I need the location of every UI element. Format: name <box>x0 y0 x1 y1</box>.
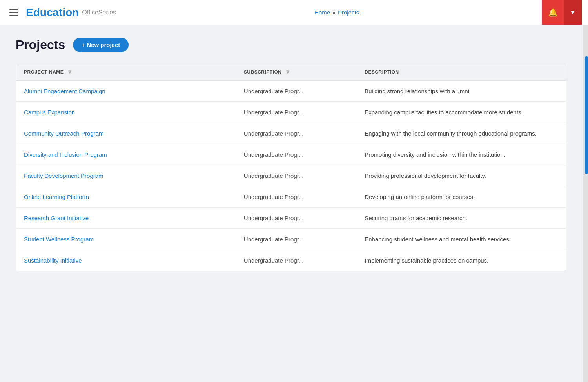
project-name-cell: Student Wellness Program <box>16 229 236 250</box>
new-project-button[interactable]: + New project <box>73 38 129 52</box>
breadcrumb: Home » Projects <box>132 9 542 16</box>
project-name-cell: Research Grant Initiative <box>16 208 236 229</box>
subscription-cell: Undergraduate Progr... <box>236 186 357 208</box>
table-row: Community Outreach ProgramUndergraduate … <box>16 123 566 144</box>
scrollbar-track <box>583 25 588 382</box>
project-name-link[interactable]: Community Outreach Program <box>24 130 103 137</box>
subscription-filter-icon[interactable]: ⛛ <box>285 69 291 75</box>
project-name-link[interactable]: Alumni Engagement Campaign <box>24 88 105 94</box>
table-header-row: PROJECT NAME ⛛ SUBSCRIPTION ⛛ DESCRIPTIO… <box>16 63 566 81</box>
description-cell: Expanding campus facilities to accommoda… <box>357 102 566 123</box>
bell-icon: 🔔 <box>548 8 558 17</box>
project-name-cell: Community Outreach Program <box>16 123 236 144</box>
description-cell: Providing professional development for f… <box>357 165 566 186</box>
project-name-cell: Online Learning Platform <box>16 186 236 208</box>
user-dropdown-button[interactable]: ▼ <box>564 0 582 25</box>
project-name-link[interactable]: Faculty Development Program <box>24 172 103 179</box>
table-row: Research Grant InitiativeUndergraduate P… <box>16 208 566 229</box>
project-name-cell: Faculty Development Program <box>16 165 236 186</box>
table-row: Online Learning PlatformUndergraduate Pr… <box>16 186 566 208</box>
subscription-cell: Undergraduate Progr... <box>236 102 357 123</box>
breadcrumb-current[interactable]: Projects <box>338 9 359 16</box>
page-header: Projects + New project <box>16 38 572 52</box>
table-row: Diversity and Inclusion ProgramUndergrad… <box>16 144 566 165</box>
description-cell: Developing an online platform for course… <box>357 186 566 208</box>
page-title: Projects <box>16 38 65 52</box>
description-cell: Securing grants for academic research. <box>357 208 566 229</box>
main-content: Projects + New project PROJECT NAME ⛛ SU… <box>0 25 588 284</box>
table-row: Student Wellness ProgramUndergraduate Pr… <box>16 229 566 250</box>
chevron-down-icon: ▼ <box>570 9 576 16</box>
subscription-cell: Undergraduate Progr... <box>236 81 357 102</box>
description-cell: Building strong relationships with alumn… <box>357 81 566 102</box>
project-name-link[interactable]: Student Wellness Program <box>24 236 94 243</box>
project-name-link[interactable]: Sustainability Initiative <box>24 257 82 264</box>
project-name-cell: Diversity and Inclusion Program <box>16 144 236 165</box>
notification-button[interactable]: 🔔 <box>542 0 564 25</box>
col-subscription: SUBSCRIPTION ⛛ <box>236 63 357 81</box>
header-actions: 🔔 ▼ <box>542 0 582 25</box>
projects-table-container: PROJECT NAME ⛛ SUBSCRIPTION ⛛ DESCRIPTIO… <box>16 63 566 271</box>
table-row: Sustainability InitiativeUndergraduate P… <box>16 250 566 271</box>
scrollbar-thumb[interactable] <box>585 56 588 174</box>
col-description: DESCRIPTION <box>357 63 566 81</box>
project-name-link[interactable]: Online Learning Platform <box>24 194 89 200</box>
table-row: Alumni Engagement CampaignUndergraduate … <box>16 81 566 102</box>
logo-title: Education <box>26 6 79 19</box>
subscription-cell: Undergraduate Progr... <box>236 123 357 144</box>
subscription-cell: Undergraduate Progr... <box>236 165 357 186</box>
project-name-link[interactable]: Campus Expansion <box>24 109 75 116</box>
breadcrumb-separator: » <box>332 9 336 16</box>
subscription-cell: Undergraduate Progr... <box>236 208 357 229</box>
project-name-link[interactable]: Diversity and Inclusion Program <box>24 151 107 158</box>
table-row: Faculty Development ProgramUndergraduate… <box>16 165 566 186</box>
project-name-cell: Alumni Engagement Campaign <box>16 81 236 102</box>
project-name-link[interactable]: Research Grant Initiative <box>24 215 89 221</box>
logo-subtitle: OfficeSeries <box>82 9 116 16</box>
project-name-cell: Campus Expansion <box>16 102 236 123</box>
description-cell: Promoting diversity and inclusion within… <box>357 144 566 165</box>
breadcrumb-home[interactable]: Home <box>314 9 330 16</box>
project-name-cell: Sustainability Initiative <box>16 250 236 271</box>
subscription-cell: Undergraduate Progr... <box>236 144 357 165</box>
description-cell: Enhancing student wellness and mental he… <box>357 229 566 250</box>
header: Education OfficeSeries Home » Projects 🔔… <box>0 0 588 25</box>
subscription-cell: Undergraduate Progr... <box>236 250 357 271</box>
table-row: Campus ExpansionUndergraduate Progr...Ex… <box>16 102 566 123</box>
description-cell: Engaging with the local community throug… <box>357 123 566 144</box>
projects-table: PROJECT NAME ⛛ SUBSCRIPTION ⛛ DESCRIPTIO… <box>16 63 566 271</box>
col-project-name: PROJECT NAME ⛛ <box>16 63 236 81</box>
menu-icon[interactable] <box>6 6 21 19</box>
subscription-cell: Undergraduate Progr... <box>236 229 357 250</box>
description-cell: Implementing sustainable practices on ca… <box>357 250 566 271</box>
project-name-filter-icon[interactable]: ⛛ <box>67 69 73 75</box>
